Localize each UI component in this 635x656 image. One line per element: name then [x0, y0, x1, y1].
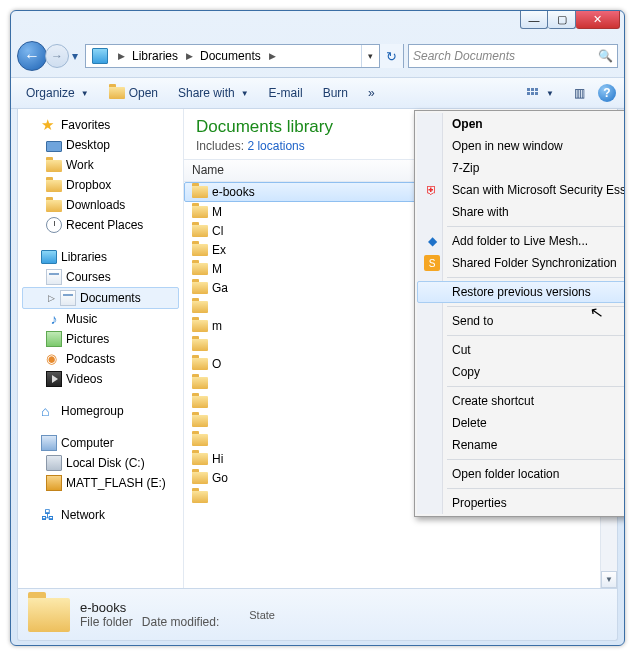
ctx-cut[interactable]: Cut [417, 339, 625, 361]
ctx-shared-sync[interactable]: SShared Folder Synchronization▶ [417, 252, 625, 274]
help-button[interactable]: ? [598, 84, 616, 102]
ctx-create-shortcut[interactable]: Create shortcut [417, 390, 625, 412]
folder-icon [46, 200, 62, 212]
ctx-open-location[interactable]: Open folder location [417, 463, 625, 485]
close-button[interactable]: ✕ [576, 11, 620, 29]
mesh-icon: ◆ [424, 233, 440, 249]
nav-recent-places[interactable]: Recent Places [18, 215, 183, 235]
folder-icon [192, 453, 208, 465]
separator [447, 306, 625, 307]
nav-dropbox[interactable]: Dropbox [18, 175, 183, 195]
collapse-icon[interactable] [28, 253, 37, 262]
preview-pane-button[interactable]: ▥ [567, 83, 592, 103]
ctx-open[interactable]: Open [417, 113, 625, 135]
separator [447, 277, 625, 278]
folder-icon [46, 180, 62, 192]
library-title: Documents library [196, 117, 333, 137]
share-with-button[interactable]: Share with▼ [171, 83, 256, 103]
folder-icon [192, 415, 208, 427]
search-box[interactable]: Search Documents 🔍 [408, 44, 618, 68]
navigation-pane[interactable]: ★Favorites Desktop Work Dropbox Download… [18, 109, 184, 588]
music-icon: ♪ [46, 311, 62, 327]
main-pane: Documents library Includes: 2 locations … [184, 109, 617, 588]
open-button[interactable]: Open [102, 83, 165, 103]
breadcrumb-documents[interactable]: Documents [196, 45, 266, 67]
chevron-icon[interactable]: ▶ [183, 51, 196, 61]
recent-icon [46, 217, 62, 233]
expand-icon[interactable]: ▷ [47, 294, 56, 303]
toolbar-overflow[interactable]: » [361, 83, 382, 103]
navigation-bar: ← → ▾ ▶ Libraries ▶ Documents ▶ ▾ ↻ Sear… [17, 39, 618, 73]
document-icon [46, 269, 62, 285]
folder-icon [192, 472, 208, 484]
favorites-group[interactable]: ★Favorites [18, 115, 183, 135]
homegroup-group[interactable]: ⌂Homegroup [18, 401, 183, 421]
nav-downloads[interactable]: Downloads [18, 195, 183, 215]
minimize-button[interactable]: — [520, 11, 548, 29]
ctx-delete[interactable]: Delete [417, 412, 625, 434]
ctx-open-new-window[interactable]: Open in new window [417, 135, 625, 157]
refresh-button[interactable]: ↻ [379, 44, 403, 68]
desktop-icon [46, 141, 62, 152]
organize-button[interactable]: Organize▼ [19, 83, 96, 103]
forward-button[interactable]: → [45, 44, 69, 68]
chevron-icon[interactable]: ▶ [115, 51, 128, 61]
breadcrumb-libraries[interactable]: Libraries [128, 45, 183, 67]
nav-videos[interactable]: Videos [18, 369, 183, 389]
search-icon: 🔍 [598, 49, 613, 63]
history-dropdown[interactable]: ▾ [69, 45, 81, 67]
burn-button[interactable]: Burn [316, 83, 355, 103]
separator [447, 226, 625, 227]
ctx-rename[interactable]: Rename [417, 434, 625, 456]
nav-arrows: ← → ▾ [17, 41, 81, 71]
folder-icon [28, 598, 70, 632]
ctx-copy[interactable]: Copy [417, 361, 625, 383]
context-menu: Open Open in new window 7-Zip▶ ⛨Scan wit… [414, 110, 625, 517]
nav-local-disk[interactable]: Local Disk (C:) [18, 453, 183, 473]
ctx-scan[interactable]: ⛨Scan with Microsoft Security Essentials… [417, 179, 625, 201]
computer-icon [41, 435, 57, 451]
sync-icon: S [424, 255, 440, 271]
nav-courses[interactable]: Courses [18, 267, 183, 287]
maximize-button[interactable]: ▢ [548, 11, 576, 29]
computer-group[interactable]: Computer [18, 433, 183, 453]
ctx-properties[interactable]: Properties [417, 492, 625, 514]
address-bar[interactable]: ▶ Libraries ▶ Documents ▶ ▾ ↻ [85, 44, 404, 68]
back-button[interactable]: ← [17, 41, 47, 71]
ctx-restore-previous[interactable]: Restore previous versions [417, 281, 625, 303]
podcast-icon: ◉ [46, 351, 62, 367]
folder-icon [192, 320, 208, 332]
nav-work[interactable]: Work [18, 155, 183, 175]
email-button[interactable]: E-mail [262, 83, 310, 103]
homegroup-icon: ⌂ [41, 403, 57, 419]
libraries-group[interactable]: Libraries [18, 247, 183, 267]
nav-documents[interactable]: ▷Documents [22, 287, 179, 309]
network-group[interactable]: 🖧Network [18, 505, 183, 525]
ctx-live-mesh[interactable]: ◆Add folder to Live Mesh... [417, 230, 625, 252]
includes-link[interactable]: 2 locations [247, 139, 304, 153]
nav-podcasts[interactable]: ◉Podcasts [18, 349, 183, 369]
collapse-icon[interactable] [28, 121, 37, 130]
document-icon [60, 290, 76, 306]
address-dropdown[interactable]: ▾ [361, 45, 379, 67]
chevron-icon[interactable]: ▶ [266, 51, 279, 61]
scroll-down-button[interactable]: ▼ [601, 571, 617, 588]
ctx-send-to[interactable]: Send to▶ [417, 310, 625, 332]
ctx-share-with[interactable]: Share with▶ [417, 201, 625, 223]
details-state-label: State [249, 609, 275, 621]
nav-flash-drive[interactable]: MATT_FLASH (E:) [18, 473, 183, 493]
nav-music[interactable]: ♪Music [18, 309, 183, 329]
folder-icon [192, 263, 208, 275]
nav-desktop[interactable]: Desktop [18, 135, 183, 155]
ctx-7zip[interactable]: 7-Zip▶ [417, 157, 625, 179]
view-button[interactable]: ▼ [519, 84, 561, 102]
explorer-window: — ▢ ✕ ← → ▾ ▶ Libraries ▶ Documents ▶ ▾ … [10, 10, 625, 646]
folder-icon [192, 491, 208, 503]
library-icon [41, 250, 57, 264]
view-icon [526, 87, 540, 99]
star-icon: ★ [41, 117, 57, 133]
nav-pictures[interactable]: Pictures [18, 329, 183, 349]
open-folder-icon [109, 87, 125, 99]
folder-icon [46, 160, 62, 172]
video-icon [46, 371, 62, 387]
